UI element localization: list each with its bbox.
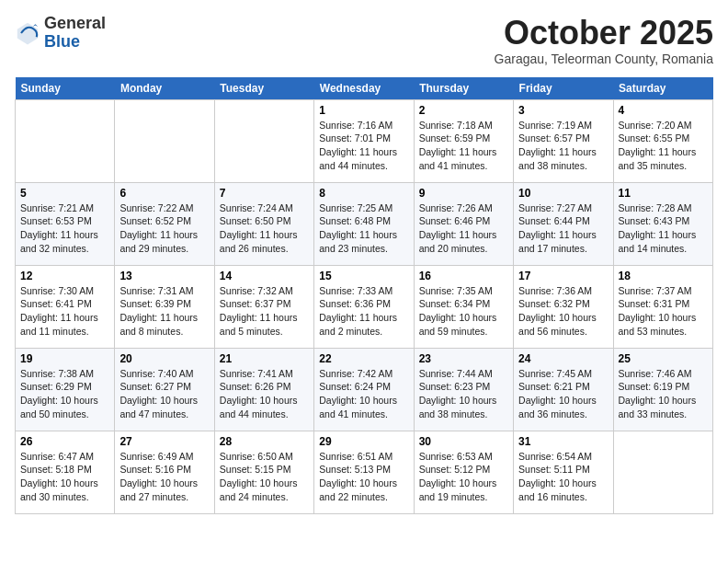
day-number: 15 xyxy=(319,270,408,282)
logo: General Blue xyxy=(15,15,106,52)
day-cell: 20Sunrise: 7:40 AMSunset: 6:27 PMDayligh… xyxy=(115,348,214,431)
day-number: 22 xyxy=(319,352,408,365)
day-info: Sunrise: 7:25 AMSunset: 6:48 PMDaylight:… xyxy=(319,201,408,256)
day-number: 6 xyxy=(119,187,209,200)
day-info: Sunrise: 7:28 AMSunset: 6:43 PMDaylight:… xyxy=(619,201,708,256)
svg-marker-0 xyxy=(17,23,38,45)
day-number: 25 xyxy=(619,352,708,365)
day-number: 27 xyxy=(119,435,209,448)
day-cell: 28Sunrise: 6:50 AMSunset: 5:15 PMDayligh… xyxy=(214,431,313,513)
day-number: 23 xyxy=(419,352,508,365)
day-info: Sunrise: 7:18 AMSunset: 6:59 PMDaylight:… xyxy=(419,119,508,173)
day-cell: 10Sunrise: 7:27 AMSunset: 6:44 PMDayligh… xyxy=(514,182,613,265)
day-number: 21 xyxy=(220,352,309,365)
day-cell: 18Sunrise: 7:37 AMSunset: 6:31 PMDayligh… xyxy=(613,265,712,348)
day-number: 11 xyxy=(619,187,708,200)
day-number: 12 xyxy=(20,270,109,282)
day-number: 14 xyxy=(220,270,309,282)
day-cell: 15Sunrise: 7:33 AMSunset: 6:36 PMDayligh… xyxy=(314,265,414,348)
day-info: Sunrise: 6:49 AMSunset: 5:16 PMDaylight:… xyxy=(119,450,209,504)
day-cell: 1Sunrise: 7:16 AMSunset: 7:01 PMDaylight… xyxy=(314,99,414,182)
week-row-1: 1Sunrise: 7:16 AMSunset: 7:01 PMDaylight… xyxy=(16,99,713,182)
day-info: Sunrise: 7:32 AMSunset: 6:37 PMDaylight:… xyxy=(220,284,309,339)
week-row-5: 26Sunrise: 6:47 AMSunset: 5:18 PMDayligh… xyxy=(16,431,713,513)
weekday-header-saturday: Saturday xyxy=(613,77,712,100)
day-cell: 5Sunrise: 7:21 AMSunset: 6:53 PMDaylight… xyxy=(16,182,115,265)
day-info: Sunrise: 7:21 AMSunset: 6:53 PMDaylight:… xyxy=(20,201,109,256)
day-info: Sunrise: 7:30 AMSunset: 6:41 PMDaylight:… xyxy=(20,284,109,339)
day-cell: 2Sunrise: 7:18 AMSunset: 6:59 PMDaylight… xyxy=(414,99,513,182)
day-number: 2 xyxy=(419,104,508,117)
day-info: Sunrise: 7:46 AMSunset: 6:19 PMDaylight:… xyxy=(619,367,708,421)
day-info: Sunrise: 7:19 AMSunset: 6:57 PMDaylight:… xyxy=(518,119,608,173)
day-number: 29 xyxy=(319,435,408,448)
day-info: Sunrise: 7:40 AMSunset: 6:27 PMDaylight:… xyxy=(119,367,209,421)
day-info: Sunrise: 7:44 AMSunset: 6:23 PMDaylight:… xyxy=(419,367,508,421)
day-cell: 11Sunrise: 7:28 AMSunset: 6:43 PMDayligh… xyxy=(613,182,712,265)
day-info: Sunrise: 7:45 AMSunset: 6:21 PMDaylight:… xyxy=(518,367,608,421)
day-info: Sunrise: 7:22 AMSunset: 6:52 PMDaylight:… xyxy=(119,201,209,256)
day-info: Sunrise: 7:35 AMSunset: 6:34 PMDaylight:… xyxy=(419,284,508,339)
weekday-header-row: SundayMondayTuesdayWednesdayThursdayFrid… xyxy=(16,77,713,100)
day-number: 4 xyxy=(619,104,708,117)
day-cell: 3Sunrise: 7:19 AMSunset: 6:57 PMDaylight… xyxy=(514,99,613,182)
day-cell: 26Sunrise: 6:47 AMSunset: 5:18 PMDayligh… xyxy=(16,431,115,513)
day-number: 10 xyxy=(518,187,608,200)
day-cell: 8Sunrise: 7:25 AMSunset: 6:48 PMDaylight… xyxy=(314,182,414,265)
day-info: Sunrise: 7:37 AMSunset: 6:31 PMDaylight:… xyxy=(619,284,708,339)
day-number: 24 xyxy=(518,352,608,365)
day-cell: 13Sunrise: 7:31 AMSunset: 6:39 PMDayligh… xyxy=(115,265,214,348)
weekday-header-sunday: Sunday xyxy=(16,77,115,100)
day-info: Sunrise: 7:24 AMSunset: 6:50 PMDaylight:… xyxy=(220,201,309,256)
day-cell: 23Sunrise: 7:44 AMSunset: 6:23 PMDayligh… xyxy=(414,348,513,431)
day-cell: 31Sunrise: 6:54 AMSunset: 5:11 PMDayligh… xyxy=(514,431,613,513)
logo-icon xyxy=(15,20,40,46)
weekday-header-tuesday: Tuesday xyxy=(214,77,313,100)
day-info: Sunrise: 7:42 AMSunset: 6:24 PMDaylight:… xyxy=(319,367,408,421)
day-info: Sunrise: 7:16 AMSunset: 7:01 PMDaylight:… xyxy=(319,119,408,173)
day-info: Sunrise: 6:53 AMSunset: 5:12 PMDaylight:… xyxy=(419,450,508,504)
day-cell: 7Sunrise: 7:24 AMSunset: 6:50 PMDaylight… xyxy=(214,182,313,265)
day-cell: 9Sunrise: 7:26 AMSunset: 6:46 PMDaylight… xyxy=(414,182,513,265)
day-number: 8 xyxy=(319,187,408,200)
day-number: 1 xyxy=(319,104,408,117)
weekday-header-monday: Monday xyxy=(115,77,214,100)
day-cell xyxy=(16,99,115,182)
day-cell: 6Sunrise: 7:22 AMSunset: 6:52 PMDaylight… xyxy=(115,182,214,265)
day-info: Sunrise: 6:54 AMSunset: 5:11 PMDaylight:… xyxy=(518,450,608,504)
day-number: 17 xyxy=(518,270,608,282)
day-number: 28 xyxy=(220,435,309,448)
week-row-3: 12Sunrise: 7:30 AMSunset: 6:41 PMDayligh… xyxy=(16,265,713,348)
day-number: 13 xyxy=(119,270,209,282)
day-cell: 22Sunrise: 7:42 AMSunset: 6:24 PMDayligh… xyxy=(314,348,414,431)
day-cell: 27Sunrise: 6:49 AMSunset: 5:16 PMDayligh… xyxy=(115,431,214,513)
day-cell: 25Sunrise: 7:46 AMSunset: 6:19 PMDayligh… xyxy=(613,348,712,431)
day-cell xyxy=(613,431,712,513)
calendar-table: SundayMondayTuesdayWednesdayThursdayFrid… xyxy=(15,77,713,514)
day-info: Sunrise: 6:47 AMSunset: 5:18 PMDaylight:… xyxy=(20,450,109,504)
day-cell: 29Sunrise: 6:51 AMSunset: 5:13 PMDayligh… xyxy=(314,431,414,513)
week-row-4: 19Sunrise: 7:38 AMSunset: 6:29 PMDayligh… xyxy=(16,348,713,431)
location-subtitle: Garagau, Teleorman County, Romania xyxy=(495,52,713,66)
day-number: 26 xyxy=(20,435,109,448)
day-info: Sunrise: 7:20 AMSunset: 6:55 PMDaylight:… xyxy=(619,119,708,173)
day-number: 5 xyxy=(20,187,109,200)
weekday-header-thursday: Thursday xyxy=(414,77,513,100)
day-cell: 14Sunrise: 7:32 AMSunset: 6:37 PMDayligh… xyxy=(214,265,313,348)
day-info: Sunrise: 7:36 AMSunset: 6:32 PMDaylight:… xyxy=(518,284,608,339)
day-cell xyxy=(115,99,214,182)
month-title: October 2025 xyxy=(495,15,713,52)
day-number: 3 xyxy=(518,104,608,117)
day-info: Sunrise: 7:27 AMSunset: 6:44 PMDaylight:… xyxy=(518,201,608,256)
day-cell: 16Sunrise: 7:35 AMSunset: 6:34 PMDayligh… xyxy=(414,265,513,348)
day-info: Sunrise: 7:26 AMSunset: 6:46 PMDaylight:… xyxy=(419,201,508,256)
day-number: 16 xyxy=(419,270,508,282)
week-row-2: 5Sunrise: 7:21 AMSunset: 6:53 PMDaylight… xyxy=(16,182,713,265)
day-number: 9 xyxy=(419,187,508,200)
day-cell: 24Sunrise: 7:45 AMSunset: 6:21 PMDayligh… xyxy=(514,348,613,431)
day-cell: 17Sunrise: 7:36 AMSunset: 6:32 PMDayligh… xyxy=(514,265,613,348)
day-cell: 21Sunrise: 7:41 AMSunset: 6:26 PMDayligh… xyxy=(214,348,313,431)
day-info: Sunrise: 7:41 AMSunset: 6:26 PMDaylight:… xyxy=(220,367,309,421)
title-block: October 2025 Garagau, Teleorman County, … xyxy=(495,15,713,66)
day-info: Sunrise: 7:33 AMSunset: 6:36 PMDaylight:… xyxy=(319,284,408,339)
